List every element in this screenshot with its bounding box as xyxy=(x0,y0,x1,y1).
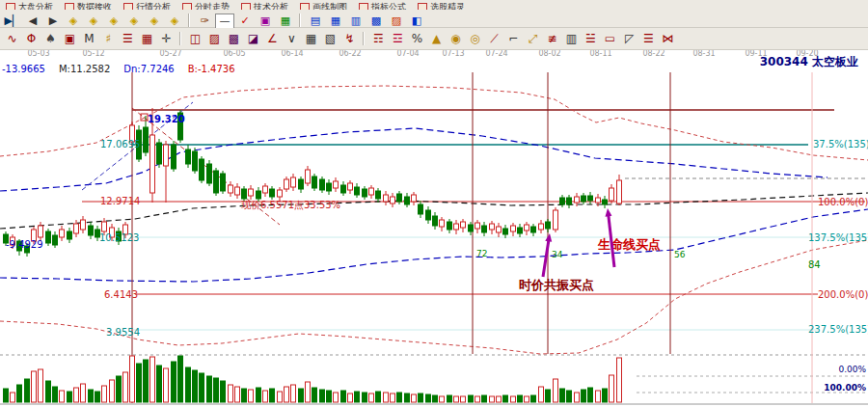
fan-icon[interactable]: ☲ xyxy=(389,30,407,48)
percent-icon[interactable]: % xyxy=(408,30,426,48)
slope-icon[interactable]: ⟋ xyxy=(485,30,503,48)
hand-tool-icon[interactable]: ✑ xyxy=(195,14,214,28)
calendar-icon[interactable]: ▤ xyxy=(306,14,325,28)
candlesticks xyxy=(4,108,622,257)
export-icon[interactable]: ▨ xyxy=(387,14,406,28)
candle-body xyxy=(376,191,381,199)
target-icon[interactable]: ◉ xyxy=(447,30,465,48)
candle-body xyxy=(263,186,268,193)
channel-icon[interactable]: ◫ xyxy=(186,30,204,48)
volume-bar xyxy=(46,381,51,402)
volume-bar xyxy=(603,389,608,402)
zoom-diamond-6-icon[interactable]: ◈ xyxy=(165,14,184,28)
wave-icon[interactable]: ∨ xyxy=(283,30,301,48)
nequal-icon[interactable]: ≢ xyxy=(543,30,561,48)
chart-text: 137.5%(135) xyxy=(808,232,868,243)
zoom-diamond-4-icon[interactable]: ◈ xyxy=(124,14,144,28)
tri2-icon[interactable]: ◸ xyxy=(620,30,638,48)
bowtie-icon[interactable]: ⋈ xyxy=(659,30,677,48)
volume-bar xyxy=(617,358,622,402)
volume-bar xyxy=(214,378,219,402)
prev-icon[interactable]: ◀ xyxy=(23,14,42,28)
list-icon[interactable]: ▥ xyxy=(346,14,366,28)
ma-upper-blue xyxy=(0,128,827,191)
chart-text: 06-22 xyxy=(339,49,361,58)
check-tool-icon[interactable]: ✓ xyxy=(235,14,255,28)
fill-box-icon[interactable]: ▩ xyxy=(225,30,243,48)
hatch2-icon[interactable]: ▧ xyxy=(321,30,339,48)
circle-tool-icon[interactable]: Φ xyxy=(22,30,41,48)
lines3-icon[interactable]: ☰ xyxy=(639,30,658,48)
m-pattern-icon[interactable]: M xyxy=(80,30,98,48)
hatch-icon[interactable]: ▨ xyxy=(205,30,224,48)
candle-body xyxy=(525,225,529,231)
shape-tool-icon[interactable]: ▣ xyxy=(256,14,275,28)
volume-bar xyxy=(348,393,353,402)
fan2-icon[interactable]: ☱ xyxy=(582,30,600,48)
candle-body xyxy=(235,187,240,195)
grid-box-icon[interactable]: ▦ xyxy=(138,30,156,48)
volume-bar xyxy=(39,369,43,402)
ring-icon[interactable]: ◎ xyxy=(466,30,484,48)
candle-body xyxy=(490,224,495,230)
stock-title[interactable]: 300344 太空板业 xyxy=(760,54,858,70)
save-icon[interactable]: ▩ xyxy=(366,14,386,28)
rect2-icon[interactable]: ▭ xyxy=(601,30,619,48)
monitor-icon[interactable]: ◧ xyxy=(407,14,426,28)
volume-bar xyxy=(582,390,586,402)
candle-body xyxy=(588,196,593,201)
table-icon[interactable]: ▦ xyxy=(326,14,345,28)
volume-bar xyxy=(200,373,204,402)
candle-body xyxy=(440,220,445,227)
candle-body xyxy=(150,135,155,193)
volume-bar xyxy=(312,388,317,402)
next-icon[interactable]: ▶ xyxy=(43,14,63,28)
candle-body xyxy=(144,127,149,152)
volume-bar xyxy=(448,395,452,402)
bars-icon[interactable]: ☶ xyxy=(369,30,388,48)
toolbar-separator xyxy=(363,32,365,45)
expand-icon[interactable]: ⤢ xyxy=(524,30,542,48)
zigzag-icon[interactable]: ↯ xyxy=(340,30,359,48)
corner-icon[interactable]: ⌐ xyxy=(504,30,523,48)
volume-bar xyxy=(511,396,516,402)
tri-lines-icon[interactable]: ☰ xyxy=(119,30,137,48)
rect-tool-icon[interactable]: ▣ xyxy=(61,30,79,48)
volume-bar xyxy=(461,396,466,402)
chart-text: 17.0695 xyxy=(100,139,140,149)
volume-bar xyxy=(110,380,115,402)
cols-icon[interactable]: ▥ xyxy=(562,30,581,48)
gold-ratio-icon[interactable]: ♯ xyxy=(99,30,118,48)
half-box-icon[interactable]: ◪ xyxy=(244,30,262,48)
candle-body xyxy=(412,195,417,202)
chart-text: 08-31 xyxy=(692,49,715,58)
candle-body xyxy=(193,151,198,171)
tri-up-icon[interactable]: ▲ xyxy=(427,30,446,48)
indicator-value-0: -13.9665 xyxy=(2,64,45,74)
volume-bar xyxy=(89,390,94,402)
grid2-icon[interactable]: ▦ xyxy=(302,30,320,48)
cross-tool-icon[interactable]: ✛ xyxy=(157,30,176,48)
zoom-diamond-2-icon[interactable]: ◈ xyxy=(84,14,103,28)
zoom-diamond-5-icon[interactable]: ◈ xyxy=(145,14,164,28)
erase-line-icon[interactable]: ∿ xyxy=(3,30,21,48)
candle-body xyxy=(554,210,558,230)
volume-bar xyxy=(433,395,438,402)
volume-bar xyxy=(490,396,495,402)
candle-body xyxy=(172,145,176,169)
volume-bar xyxy=(270,389,275,402)
zoom-diamond-1-icon[interactable]: ◈ xyxy=(64,14,83,28)
stock-name: 太空板业 xyxy=(812,55,858,68)
arrow-tool-icon[interactable]: ♠ xyxy=(41,30,60,48)
go-end-icon[interactable]: ▶▏ xyxy=(3,14,22,28)
volume-bar xyxy=(68,392,72,402)
volume-bar xyxy=(25,379,30,402)
candle-body xyxy=(214,171,219,193)
chart-text: 84 xyxy=(808,259,821,270)
candle-body xyxy=(334,181,339,188)
candle-body xyxy=(164,145,169,166)
chart-text: 10.5123 xyxy=(99,232,139,243)
zoom-diamond-3-icon[interactable]: ◈ xyxy=(104,14,123,28)
angle-icon[interactable]: ∠ xyxy=(263,30,282,48)
grid-tool-icon[interactable]: ▦ xyxy=(276,14,295,28)
